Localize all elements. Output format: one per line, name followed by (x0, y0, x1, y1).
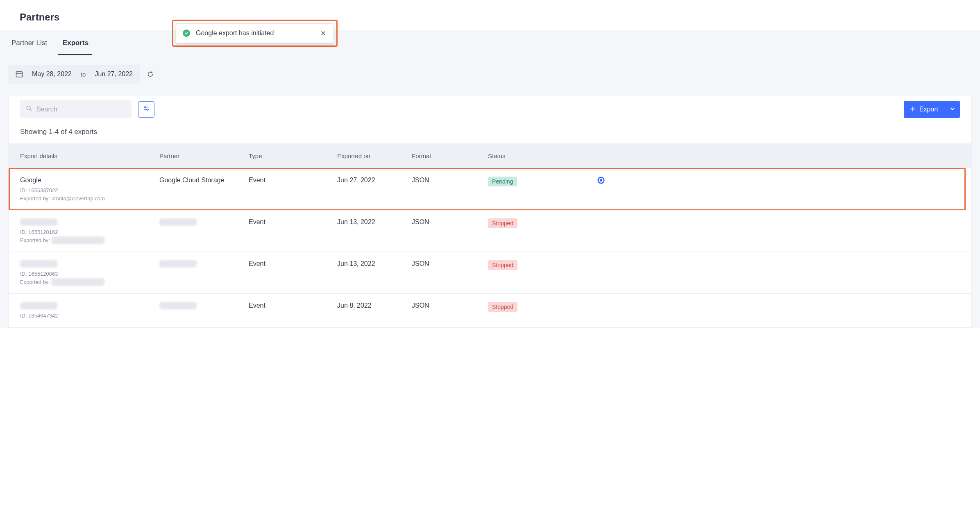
stop-icon[interactable] (597, 177, 605, 184)
export-name: ████████ (20, 260, 159, 268)
check-circle-icon (183, 29, 190, 37)
cell-export-details: ████████ID: 1654647342 (20, 301, 159, 320)
table-row[interactable]: ████████ID: 1655120162Exported by: █████… (9, 210, 971, 252)
search-input-wrapper[interactable] (20, 100, 132, 118)
export-dropdown-caret[interactable] (945, 101, 960, 118)
cell-format: JSON (412, 176, 488, 184)
cell-export-details: ████████ID: 1655120162Exported by: █████… (20, 218, 159, 244)
export-meta: ID: 1654647342 (20, 312, 159, 320)
status-badge: Stopped (488, 302, 517, 312)
svg-line-5 (30, 109, 32, 111)
cell-exported-on: Jun 13, 2022 (337, 259, 412, 268)
refresh-icon[interactable] (146, 70, 155, 79)
table-row[interactable]: ████████ID: 1655120063Exported by: █████… (9, 252, 971, 294)
filter-button[interactable] (138, 101, 154, 118)
table-row[interactable]: GoogleID: 1656337022Exported by: amrita@… (9, 168, 971, 210)
tabs-bar: Partner List Exports (0, 30, 980, 56)
chevron-down-icon (950, 106, 955, 113)
date-from: May 28, 2022 (32, 70, 72, 78)
search-input[interactable] (36, 106, 126, 113)
cell-action (576, 176, 626, 184)
toast-message: Google export has initiated (196, 29, 314, 37)
cell-format: JSON (412, 259, 488, 268)
cell-export-details: GoogleID: 1656337022Exported by: amrita@… (20, 176, 159, 202)
cell-type: Event (249, 218, 337, 226)
col-exported-on: Exported on (337, 152, 412, 159)
cell-partner: Google Cloud Storage (159, 176, 249, 184)
cell-type: Event (249, 301, 337, 309)
search-icon (26, 105, 32, 113)
cell-exported-on: Jun 27, 2022 (337, 176, 412, 184)
table-header: Export details Partner Type Exported on … (9, 143, 971, 168)
plus-icon (910, 106, 915, 113)
status-badge: Stopped (488, 260, 517, 270)
cell-action (576, 218, 626, 218)
cell-partner: ████████ (159, 259, 249, 268)
cell-format: JSON (412, 301, 488, 309)
export-button-label: Export (919, 106, 938, 113)
export-button[interactable]: Export (904, 101, 960, 118)
svg-point-7 (145, 107, 146, 108)
col-partner: Partner (159, 152, 249, 159)
svg-rect-0 (16, 72, 23, 77)
status-badge: Stopped (488, 218, 517, 228)
col-format: Format (412, 152, 488, 159)
table-row[interactable]: ████████ID: 1654647342████████EventJun 8… (9, 294, 971, 328)
toast-highlight-box: Google export has initiated (172, 20, 338, 47)
col-type: Type (249, 152, 337, 159)
export-meta: ID: 1655120063Exported by: █████████████… (20, 270, 159, 286)
col-export-details: Export details (20, 152, 159, 159)
tab-partner-list[interactable]: Partner List (11, 31, 54, 55)
export-name: ████████ (20, 218, 159, 226)
export-name: Google (20, 177, 159, 184)
calendar-icon (16, 70, 23, 78)
date-to: Jun 27, 2022 (95, 70, 133, 78)
cell-partner: ████████ (159, 301, 249, 309)
svg-point-9 (147, 109, 148, 110)
cell-status: Stopped (488, 259, 576, 270)
cell-exported-on: Jun 8, 2022 (337, 301, 412, 309)
cell-status: Pending (488, 176, 576, 186)
results-count: Showing 1-4 of 4 exports (9, 123, 971, 143)
export-meta: ID: 1656337022Exported by: amrita@clever… (20, 186, 159, 202)
status-badge: Pending (488, 177, 517, 186)
svg-rect-11 (600, 179, 602, 181)
cell-action (576, 301, 626, 302)
cell-partner: ████████ (159, 218, 249, 226)
date-separator: to (81, 71, 86, 78)
cell-type: Event (249, 176, 337, 184)
cell-status: Stopped (488, 301, 576, 312)
col-status: Status (488, 152, 576, 159)
toast: Google export has initiated (176, 23, 334, 43)
export-meta: ID: 1655120162Exported by: █████████████… (20, 228, 159, 244)
tab-exports[interactable]: Exports (63, 31, 95, 55)
cell-status: Stopped (488, 218, 576, 228)
close-icon[interactable] (320, 29, 327, 37)
date-range-picker[interactable]: May 28, 2022 to Jun 27, 2022 (8, 65, 140, 84)
cell-action (576, 259, 626, 260)
cell-type: Event (249, 259, 337, 268)
export-name: ████████ (20, 302, 159, 309)
sliders-icon (143, 105, 150, 113)
page-title: Partners (20, 11, 960, 23)
cell-format: JSON (412, 218, 488, 226)
cell-export-details: ████████ID: 1655120063Exported by: █████… (20, 259, 159, 286)
cell-exported-on: Jun 13, 2022 (337, 218, 412, 226)
